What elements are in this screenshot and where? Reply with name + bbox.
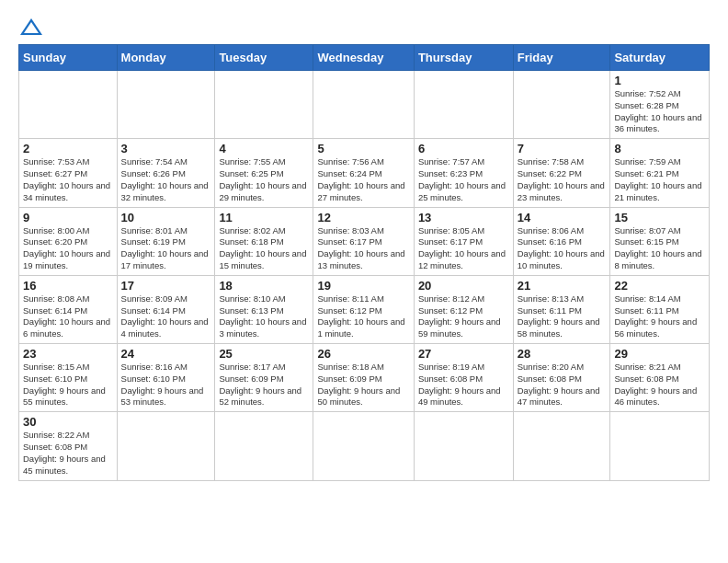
day-number: 9 [23, 211, 113, 224]
day-number: 6 [418, 142, 509, 155]
calendar-cell: 5Sunrise: 7:56 AM Sunset: 6:24 PM Daylig… [313, 139, 414, 207]
day-info: Sunrise: 7:59 AM Sunset: 6:21 PM Dayligh… [614, 156, 705, 203]
calendar-cell [215, 71, 313, 139]
day-number: 29 [614, 347, 705, 361]
calendar-cell: 8Sunrise: 7:59 AM Sunset: 6:21 PM Daylig… [610, 139, 710, 207]
calendar-cell: 6Sunrise: 7:57 AM Sunset: 6:23 PM Daylig… [414, 139, 513, 207]
day-number: 16 [23, 279, 113, 293]
day-number: 2 [23, 142, 113, 155]
calendar-cell [117, 412, 215, 480]
calendar-cell: 14Sunrise: 8:06 AM Sunset: 6:16 PM Dayli… [513, 207, 610, 275]
calendar-cell: 9Sunrise: 8:00 AM Sunset: 6:20 PM Daylig… [19, 207, 118, 275]
day-info: Sunrise: 8:14 AM Sunset: 6:11 PM Dayligh… [614, 293, 705, 340]
day-info: Sunrise: 8:07 AM Sunset: 6:15 PM Dayligh… [614, 225, 705, 272]
calendar-cell: 28Sunrise: 8:20 AM Sunset: 6:08 PM Dayli… [513, 344, 610, 412]
calendar-week-5: 23Sunrise: 8:15 AM Sunset: 6:10 PM Dayli… [19, 344, 710, 412]
day-info: Sunrise: 8:05 AM Sunset: 6:17 PM Dayligh… [418, 225, 509, 272]
day-info: Sunrise: 8:18 AM Sunset: 6:09 PM Dayligh… [317, 362, 409, 408]
calendar-cell: 12Sunrise: 8:03 AM Sunset: 6:17 PM Dayli… [313, 207, 414, 275]
calendar-cell: 27Sunrise: 8:19 AM Sunset: 6:08 PM Dayli… [414, 344, 513, 412]
day-number: 11 [219, 211, 309, 224]
day-number: 5 [317, 142, 409, 155]
page: SundayMondayTuesdayWednesdayThursdayFrid… [0, 0, 728, 563]
day-info: Sunrise: 8:20 AM Sunset: 6:08 PM Dayligh… [518, 362, 607, 408]
weekday-header-tuesday: Tuesday [215, 45, 313, 71]
day-info: Sunrise: 8:03 AM Sunset: 6:17 PM Dayligh… [317, 225, 409, 272]
calendar-cell: 30Sunrise: 8:22 AM Sunset: 6:08 PM Dayli… [19, 412, 118, 480]
calendar-cell: 1Sunrise: 7:52 AM Sunset: 6:28 PM Daylig… [610, 71, 710, 139]
calendar-cell: 23Sunrise: 8:15 AM Sunset: 6:10 PM Dayli… [19, 344, 118, 412]
calendar-cell: 7Sunrise: 7:58 AM Sunset: 6:22 PM Daylig… [513, 139, 610, 207]
day-info: Sunrise: 8:00 AM Sunset: 6:20 PM Dayligh… [23, 225, 113, 272]
weekday-header-friday: Friday [513, 45, 610, 71]
day-number: 10 [121, 211, 211, 224]
calendar: SundayMondayTuesdayWednesdayThursdayFrid… [18, 44, 710, 481]
day-info: Sunrise: 8:06 AM Sunset: 6:16 PM Dayligh… [518, 225, 607, 272]
calendar-cell: 16Sunrise: 8:08 AM Sunset: 6:14 PM Dayli… [19, 275, 118, 343]
calendar-cell: 29Sunrise: 8:21 AM Sunset: 6:08 PM Dayli… [610, 344, 710, 412]
day-number: 18 [219, 279, 309, 293]
day-number: 15 [614, 211, 705, 224]
day-info: Sunrise: 8:09 AM Sunset: 6:14 PM Dayligh… [121, 293, 211, 340]
day-number: 24 [121, 347, 211, 361]
calendar-cell: 2Sunrise: 7:53 AM Sunset: 6:27 PM Daylig… [19, 139, 118, 207]
day-info: Sunrise: 8:16 AM Sunset: 6:10 PM Dayligh… [121, 362, 211, 408]
calendar-week-2: 2Sunrise: 7:53 AM Sunset: 6:27 PM Daylig… [19, 139, 710, 207]
day-info: Sunrise: 8:02 AM Sunset: 6:18 PM Dayligh… [219, 225, 309, 272]
day-info: Sunrise: 8:22 AM Sunset: 6:08 PM Dayligh… [23, 430, 113, 477]
day-info: Sunrise: 7:55 AM Sunset: 6:25 PM Dayligh… [219, 156, 309, 203]
day-number: 27 [418, 347, 509, 361]
calendar-week-1: 1Sunrise: 7:52 AM Sunset: 6:28 PM Daylig… [19, 71, 710, 139]
day-info: Sunrise: 8:17 AM Sunset: 6:09 PM Dayligh… [219, 362, 309, 408]
calendar-cell: 15Sunrise: 8:07 AM Sunset: 6:15 PM Dayli… [610, 207, 710, 275]
day-number: 3 [121, 142, 211, 155]
calendar-cell [414, 412, 513, 480]
weekday-header-wednesday: Wednesday [313, 45, 414, 71]
day-number: 17 [121, 279, 211, 293]
calendar-cell: 11Sunrise: 8:02 AM Sunset: 6:18 PM Dayli… [215, 207, 313, 275]
day-info: Sunrise: 7:52 AM Sunset: 6:28 PM Dayligh… [614, 88, 705, 135]
calendar-cell [215, 412, 313, 480]
day-number: 20 [418, 279, 509, 293]
day-number: 19 [317, 279, 409, 293]
calendar-cell: 18Sunrise: 8:10 AM Sunset: 6:13 PM Dayli… [215, 275, 313, 343]
calendar-cell: 13Sunrise: 8:05 AM Sunset: 6:17 PM Dayli… [414, 207, 513, 275]
calendar-cell [313, 71, 414, 139]
day-info: Sunrise: 8:19 AM Sunset: 6:08 PM Dayligh… [418, 362, 509, 408]
calendar-cell [513, 412, 610, 480]
calendar-cell [19, 71, 118, 139]
weekday-header-saturday: Saturday [610, 45, 710, 71]
weekday-header-thursday: Thursday [414, 45, 513, 71]
calendar-cell: 25Sunrise: 8:17 AM Sunset: 6:09 PM Dayli… [215, 344, 313, 412]
calendar-cell: 4Sunrise: 7:55 AM Sunset: 6:25 PM Daylig… [215, 139, 313, 207]
day-info: Sunrise: 8:10 AM Sunset: 6:13 PM Dayligh… [219, 293, 309, 340]
day-info: Sunrise: 8:13 AM Sunset: 6:11 PM Dayligh… [518, 293, 607, 340]
calendar-cell [610, 412, 710, 480]
calendar-cell [414, 71, 513, 139]
header [18, 17, 710, 37]
day-number: 8 [614, 142, 705, 155]
weekday-header-row: SundayMondayTuesdayWednesdayThursdayFrid… [19, 45, 710, 71]
day-info: Sunrise: 7:58 AM Sunset: 6:22 PM Dayligh… [518, 156, 607, 203]
day-number: 1 [614, 74, 705, 87]
day-info: Sunrise: 7:56 AM Sunset: 6:24 PM Dayligh… [317, 156, 409, 203]
calendar-cell: 21Sunrise: 8:13 AM Sunset: 6:11 PM Dayli… [513, 275, 610, 343]
day-info: Sunrise: 7:57 AM Sunset: 6:23 PM Dayligh… [418, 156, 509, 203]
logo-icon [18, 17, 44, 37]
day-info: Sunrise: 8:21 AM Sunset: 6:08 PM Dayligh… [614, 362, 705, 408]
day-number: 26 [317, 347, 409, 361]
day-info: Sunrise: 8:01 AM Sunset: 6:19 PM Dayligh… [121, 225, 211, 272]
calendar-week-4: 16Sunrise: 8:08 AM Sunset: 6:14 PM Dayli… [19, 275, 710, 343]
calendar-cell: 19Sunrise: 8:11 AM Sunset: 6:12 PM Dayli… [313, 275, 414, 343]
calendar-cell [313, 412, 414, 480]
calendar-cell: 20Sunrise: 8:12 AM Sunset: 6:12 PM Dayli… [414, 275, 513, 343]
calendar-cell: 17Sunrise: 8:09 AM Sunset: 6:14 PM Dayli… [117, 275, 215, 343]
day-number: 28 [518, 347, 607, 361]
day-info: Sunrise: 8:15 AM Sunset: 6:10 PM Dayligh… [23, 362, 113, 408]
calendar-cell: 22Sunrise: 8:14 AM Sunset: 6:11 PM Dayli… [610, 275, 710, 343]
weekday-header-monday: Monday [117, 45, 215, 71]
day-number: 14 [518, 211, 607, 224]
calendar-week-3: 9Sunrise: 8:00 AM Sunset: 6:20 PM Daylig… [19, 207, 710, 275]
day-info: Sunrise: 8:08 AM Sunset: 6:14 PM Dayligh… [23, 293, 113, 340]
calendar-cell [117, 71, 215, 139]
